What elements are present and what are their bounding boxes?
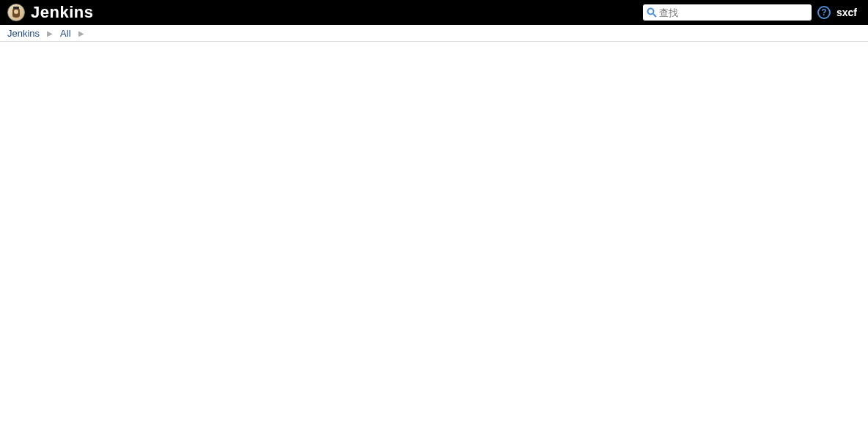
chevron-right-icon: ▶ xyxy=(47,29,53,37)
chevron-right-icon: ▶ xyxy=(78,29,84,37)
svg-point-2 xyxy=(647,9,653,15)
svg-line-3 xyxy=(653,14,656,17)
breadcrumb-item-all[interactable]: All xyxy=(60,28,70,39)
logo[interactable]: Jenkins xyxy=(7,3,93,22)
breadcrumb-item-jenkins[interactable]: Jenkins xyxy=(7,28,40,39)
header: Jenkins ? sxcf xyxy=(0,0,868,25)
svg-point-0 xyxy=(14,10,18,14)
logo-text: Jenkins xyxy=(31,3,93,22)
user-link[interactable]: sxcf xyxy=(836,7,857,18)
search-icon xyxy=(647,7,657,18)
svg-rect-1 xyxy=(13,7,19,9)
search-box[interactable] xyxy=(643,4,812,21)
breadcrumb: Jenkins ▶ All ▶ xyxy=(0,25,868,42)
jenkins-logo-icon xyxy=(7,4,25,21)
help-icon[interactable]: ? xyxy=(817,6,831,19)
search-input[interactable] xyxy=(659,7,808,18)
